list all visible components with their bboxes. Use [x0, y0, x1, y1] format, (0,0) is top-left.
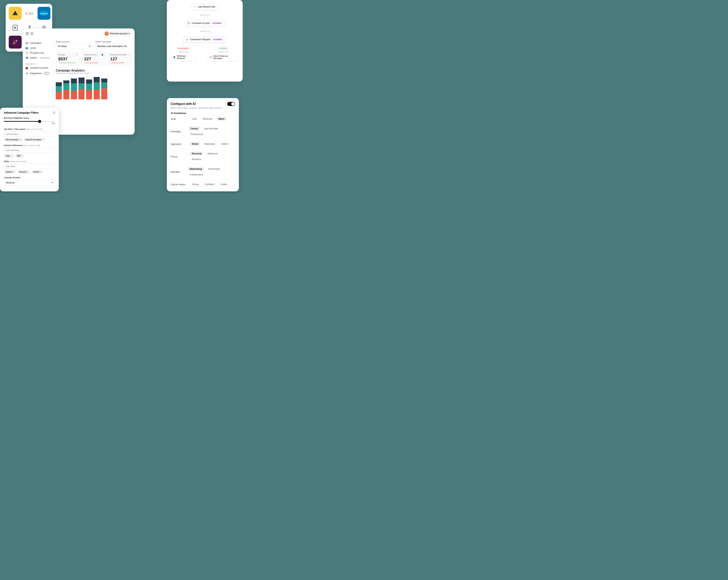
filter-industry: Industry Relevance (press enter to add) …	[4, 144, 55, 158]
bar-coral	[101, 89, 107, 99]
wf-connector	[205, 10, 205, 14]
focus-label: Focus	[171, 155, 189, 158]
requests-accepted-change: -2 from last month	[110, 62, 129, 64]
industry-input[interactable]	[4, 148, 55, 153]
ai-toggle[interactable]	[227, 102, 235, 106]
remove-tag-web-developer[interactable]: ×	[20, 138, 21, 141]
integration-salesforce[interactable]: salesforce	[37, 7, 50, 20]
wf-node-followup: 💬 Send Follow-up Message	[207, 53, 239, 61]
bar-teal	[63, 83, 69, 90]
wf-wait-2: Wait for 15m	[200, 30, 210, 32]
remove-tag-nodejs-developer[interactable]: ×	[42, 138, 44, 141]
approach-diplomatic[interactable]: Diplomatic	[202, 142, 217, 146]
cta-subtle[interactable]: Subtle	[218, 182, 229, 186]
wf-node-connection: ▷ Connection Request AI enabled	[184, 36, 226, 43]
svg-point-28	[31, 33, 32, 34]
intention-networking[interactable]: Networking	[187, 167, 204, 171]
intention-label: Intention	[171, 171, 187, 173]
wf-connection-label: Connection Request	[190, 38, 210, 41]
remove-tag-saas[interactable]: ×	[11, 155, 12, 157]
config-row-focus: Focus Personal Relational Business	[171, 152, 235, 161]
account-select-label: Select Account	[56, 41, 92, 43]
wf-connector	[183, 43, 183, 47]
analytics-subtitle: Performance metrics for the last 7 days	[56, 72, 132, 74]
sidebar-item-label: Campaigns	[30, 42, 41, 44]
sidebar-item-prospect-lists[interactable]: 📋 Prospect Lists	[23, 50, 53, 55]
tone-moderate[interactable]: Moderate	[200, 117, 215, 121]
config-row-approach: Approach Direct Diplomatic Indirect	[171, 142, 235, 146]
workflow-nodes: ♡ Like Recent Post Wait for 15m 💬 Commen…	[171, 4, 239, 61]
followup-label: Send Follow-up Message	[213, 55, 236, 59]
svg-rect-26	[26, 33, 29, 34]
eligibility-slider[interactable]: 7/10	[4, 120, 55, 125]
integration-slack[interactable]	[9, 36, 22, 49]
cta-strong[interactable]: Strong	[189, 182, 201, 186]
dropdown-chevron-icon: ▾	[52, 181, 53, 184]
requests-sent-icon: 👤	[101, 54, 104, 56]
bar-dark	[63, 80, 69, 83]
savings-icon: ✦	[76, 54, 77, 56]
linkedin-activity-value: Moderate	[6, 181, 15, 184]
skills-input[interactable]	[4, 164, 55, 169]
focus-personal[interactable]: Personal	[189, 152, 204, 156]
cta-confident[interactable]: Confident	[202, 182, 216, 186]
config-row-intention: Intention Networking Partnership Collabo…	[171, 167, 235, 177]
tone-cold[interactable]: Cold	[189, 117, 199, 121]
focus-business[interactable]: Business	[189, 157, 203, 161]
approach-indirect[interactable]: Indirect	[219, 142, 231, 146]
sidebar-item-unibox[interactable]: 📬 Unibox Coming Soon	[23, 55, 53, 60]
integration-notion[interactable]: N	[9, 21, 22, 34]
remove-tag-nextjs[interactable]: ×	[40, 171, 41, 173]
wf-split: Not accepted Wait for 15m 👤 Withdraw Req…	[171, 43, 239, 61]
account-select-value: All Seats	[58, 45, 67, 48]
approach-direct[interactable]: Direct	[189, 142, 201, 146]
linkedin-activity-select[interactable]: Moderate ▾	[4, 180, 55, 185]
metric-savings-label: Savings	[58, 54, 65, 56]
svg-marker-0	[12, 10, 18, 15]
sidebar-item-linkedin[interactable]: 💼 LinkedIn Accounts	[23, 66, 53, 70]
remove-tag-b2b[interactable]: ×	[21, 155, 22, 157]
formality-approachable[interactable]: Approachable	[202, 127, 220, 131]
job-role-sublabel: (press enter to add)	[26, 128, 43, 130]
svg-rect-15	[13, 43, 15, 44]
ai-config-card: Configure with AI Morem ipsum dolor sit …	[167, 98, 239, 192]
approach-label: Approach	[171, 143, 189, 146]
sidebar-item-campaigns[interactable]: 📢 Campaigns	[23, 41, 53, 46]
integration-acuity[interactable]	[9, 7, 22, 20]
account-selector[interactable]: Personal account ▾	[103, 31, 132, 36]
svg-text:o: o	[31, 12, 33, 15]
requests-accepted-label: Requests Accepted	[110, 54, 127, 56]
sidebar-item-integrations[interactable]: 🔗 Integrations Coming Soon	[23, 70, 53, 76]
remove-tag-reactjs[interactable]: ×	[27, 171, 28, 173]
wf-connector	[205, 16, 205, 20]
job-role-input[interactable]	[4, 131, 55, 137]
campaign-select-label: Select Campaign	[95, 41, 132, 43]
intention-collaboration[interactable]: Collaboration	[187, 173, 205, 177]
settings-icon[interactable]	[30, 32, 33, 35]
bar-6	[94, 77, 100, 99]
bar-chart	[56, 77, 132, 99]
leads-icon: 👥	[25, 47, 28, 49]
intention-partnership[interactable]: Partnership	[206, 167, 222, 171]
remove-tag-nodejs[interactable]: ×	[13, 171, 15, 173]
formality-casual[interactable]: Casual	[188, 127, 200, 131]
focus-relational[interactable]: Relational	[205, 152, 220, 156]
tone-warm[interactable]: Warm	[216, 117, 227, 121]
analytics-title: Campaign Analytics	[56, 69, 132, 72]
formality-professional[interactable]: Professional	[188, 132, 205, 136]
svg-rect-25	[26, 32, 29, 33]
account-select[interactable]: All Seats ▾	[56, 44, 92, 49]
ai-config-header: Configure with AI	[171, 102, 235, 106]
comment-icon: 💬	[187, 22, 190, 24]
industry-label: Industry Relevance (press enter to add)	[4, 144, 55, 146]
sidebar-toggle-icon[interactable]	[26, 32, 29, 35]
workflow-card: ♡ Like Recent Post Wait for 15m 💬 Commen…	[167, 0, 243, 81]
svg-text:h: h	[30, 12, 31, 15]
sidebar-item-leads[interactable]: 👥 Leads	[23, 46, 53, 50]
integration-zoho[interactable]: Zoho	[23, 7, 36, 20]
withdraw-label: Withdraw Request	[177, 55, 193, 59]
close-button[interactable]: ×	[52, 110, 56, 115]
svg-point-17	[16, 40, 17, 41]
formality-label: Formality	[171, 130, 188, 133]
campaign-select[interactable]: Mumbai Lead Generation Se...	[95, 44, 132, 49]
